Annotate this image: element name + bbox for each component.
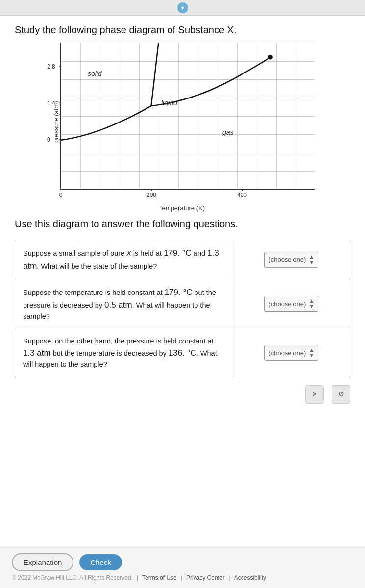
q2-select-arrows: ▲ ▼ [309,298,314,309]
answer-cell-1[interactable]: (choose one) solid liquid gas ▲ ▼ [233,240,350,279]
y-tick-14: 1.4 [47,100,55,107]
bottom-buttons: Explanation Check [12,553,353,571]
chart-inner: 0 1.4 2.8 0 200 400 [60,43,315,190]
question-row-2: Suppose the temperature is held constant… [15,279,350,329]
answer-cell-2[interactable]: (choose one) remain solid remain liquid … [233,279,350,329]
q3-temp-dec: 136. °C [169,348,196,358]
question-cell-3: Suppose, on the other hand, the pressure… [15,329,233,377]
q3-select-arrows: ▲ ▼ [309,347,314,358]
copyright-text: © 2022 McGraw Hill LLC. All Rights Reser… [12,574,133,581]
phase-curves-svg [61,43,315,189]
y-tick-28: 2.8 [47,63,55,70]
clear-icon: × [312,390,316,399]
q2-temp: 179. °C [165,288,193,297]
accessibility-link[interactable]: Accessibility [234,574,266,581]
terms-link[interactable]: Terms of Use [142,574,177,581]
reset-icon: ↺ [338,390,344,399]
q1-temp: 179. °C [164,248,192,258]
q1-select-arrows: ▲ ▼ [309,254,314,265]
q3-pressure: 1.3 atm [23,348,51,358]
instruction-text: Use this diagram to answer the following… [15,219,350,230]
footer-divider-2: | [181,574,182,581]
q2-select[interactable]: (choose one) remain solid remain liquid … [268,300,306,308]
clear-button[interactable]: × [305,385,324,404]
phase-diagram: pressure (atm) 0 1.4 2.8 0 2 [15,43,350,212]
question-row-3: Suppose, on the other hand, the pressure… [15,329,350,377]
q1-x: X [126,249,131,257]
chart-area: pressure (atm) 0 1.4 2.8 0 2 [50,43,315,201]
x-axis-ticks-area [60,190,315,201]
q1-select-wrapper[interactable]: (choose one) solid liquid gas ▲ ▼ [264,252,318,268]
explanation-button[interactable]: Explanation [12,553,73,571]
q1-select[interactable]: (choose one) solid liquid gas [268,256,306,263]
check-button[interactable]: Check [79,554,122,570]
footer-divider-3: | [229,574,230,581]
questions-table: Suppose a small sample of pure X is held… [15,240,350,377]
q2-select-wrapper[interactable]: (choose one) remain solid remain liquid … [264,296,318,312]
question-cell-1: Suppose a small sample of pure X is held… [15,240,233,279]
x-axis-label: temperature (K) [160,204,205,212]
question-row-1: Suppose a small sample of pure X is held… [15,240,350,279]
footer-links: © 2022 McGraw Hill LLC. All Rights Reser… [12,574,353,581]
chevron-down-icon[interactable] [177,2,188,13]
q2-pressure-dec: 0.5 atm [104,300,132,310]
question-cell-2: Suppose the temperature is held constant… [15,279,233,329]
page-wrapper: Study the following phase diagram of Sub… [0,0,365,588]
main-content: Study the following phase diagram of Sub… [0,16,365,546]
action-row: × ↺ [15,385,350,404]
reset-button[interactable]: ↺ [332,385,350,404]
privacy-link[interactable]: Privacy Center [186,574,225,581]
top-bar [0,0,365,16]
q3-select[interactable]: (choose one) remain solid remain liquid … [268,349,306,357]
y-tick-0: 0 [47,136,50,143]
bottom-bar: Explanation Check © 2022 McGraw Hill LLC… [0,546,365,588]
q3-select-wrapper[interactable]: (choose one) remain solid remain liquid … [264,345,318,361]
page-title: Study the following phase diagram of Sub… [15,24,350,36]
footer-divider-1: | [137,574,138,581]
answer-cell-3[interactable]: (choose one) remain solid remain liquid … [233,329,350,377]
svg-point-0 [268,55,273,60]
